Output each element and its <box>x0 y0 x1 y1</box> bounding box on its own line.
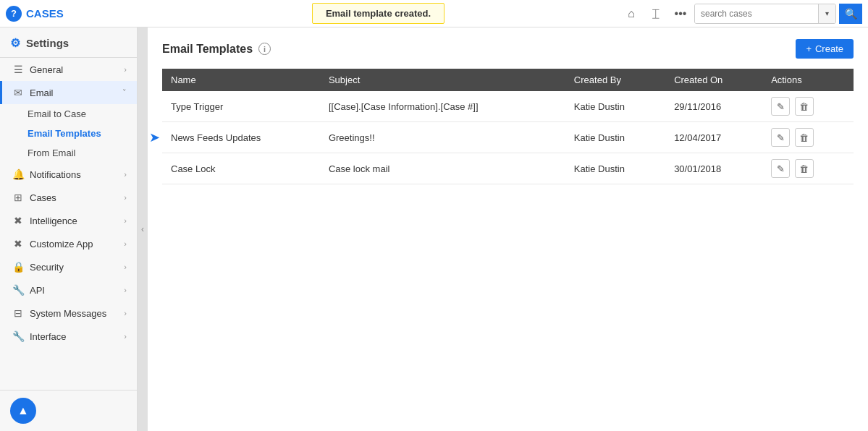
sidebar-item-customize-app[interactable]: ✖ Customize App › <box>0 232 137 255</box>
security-icon: 🔒 <box>12 261 24 273</box>
sidebar-header: ⚙ Settings <box>0 27 137 58</box>
email-templates-table: Name Subject Created By Created On Actio… <box>162 69 854 184</box>
chevron-right-icon-8: › <box>124 309 127 317</box>
row-actions: ✎ 🗑 <box>762 153 854 184</box>
api-icon: 🔧 <box>12 284 24 296</box>
sidebar-item-api[interactable]: 🔧 API › <box>0 278 137 302</box>
chart-icon: ⌶ <box>652 7 660 20</box>
topbar-center: Email template created. <box>142 3 615 24</box>
sidebar-title: Settings <box>26 37 69 49</box>
email-submenu: Email to Case Email Templates From Email <box>0 104 137 163</box>
table-body: Type Trigger [[Case].[Case Information].… <box>162 91 854 184</box>
email-templates-label: Email Templates <box>28 128 101 139</box>
search-icon: 🔍 <box>845 8 857 20</box>
email-icon: ✉ <box>12 87 24 98</box>
main-layout: ⚙ Settings ☰ General › ✉ Email ˅ Email t… <box>0 27 868 431</box>
content-title: Email Templates i <box>162 43 271 56</box>
sidebar-item-intelligence[interactable]: ✖ Intelligence › <box>0 209 137 232</box>
chevron-right-icon: › <box>124 65 127 74</box>
app-logo: ? <box>6 6 22 22</box>
sidebar-label-api: API <box>30 285 118 296</box>
arrow-indicator: ➤ <box>149 129 160 145</box>
search-submit-button[interactable]: 🔍 <box>839 4 862 24</box>
sidebar-item-notifications[interactable]: 🔔 Notifications › <box>0 163 137 186</box>
intelligence-icon: ✖ <box>12 215 24 226</box>
app-title: CASES <box>26 7 64 20</box>
sidebar-label-intelligence: Intelligence <box>30 216 118 226</box>
col-actions: Actions <box>762 69 854 91</box>
notifications-icon: 🔔 <box>12 168 24 180</box>
row-actions: ✎ 🗑 <box>762 91 854 122</box>
sidebar-item-email[interactable]: ✉ Email ˅ <box>0 81 137 104</box>
create-icon: + <box>806 43 812 54</box>
main-content: Email Templates i + Create Name Subject … <box>148 27 868 431</box>
collapse-icon: ‹ <box>141 224 144 234</box>
sidebar-label-cases: Cases <box>30 192 118 203</box>
from-email-label: From Email <box>28 148 75 158</box>
more-icon: ••• <box>675 7 687 20</box>
chevron-right-icon-6: › <box>124 263 127 271</box>
sidebar-subitem-email-templates[interactable]: Email Templates <box>0 124 137 143</box>
sidebar-item-interface[interactable]: 🔧 Interface › <box>0 325 137 348</box>
chevron-right-icon-3: › <box>124 193 127 202</box>
edit-button-1[interactable]: ✎ <box>771 128 790 147</box>
search-input[interactable] <box>695 4 818 23</box>
interface-icon: 🔧 <box>12 330 24 342</box>
sidebar-label-security: Security <box>30 262 118 273</box>
delete-button-2[interactable]: 🗑 <box>795 159 814 178</box>
col-created-by: Created By <box>565 69 665 91</box>
chevron-down-icon: ˅ <box>122 88 127 98</box>
sidebar-item-system-messages[interactable]: ⊟ System Messages › <box>0 302 137 325</box>
row-created-on: 12/04/2017 <box>665 122 762 153</box>
row-created-on: 30/01/2018 <box>665 153 762 184</box>
row-subject: [[Case].[Case Information].[Case #]] <box>320 91 565 122</box>
settings-icon: ⚙ <box>10 36 20 50</box>
more-button[interactable]: ••• <box>670 3 691 25</box>
email-to-case-label: Email to Case <box>28 108 86 119</box>
sidebar-bottom: ▲ <box>0 390 137 431</box>
customize-icon: ✖ <box>12 238 24 249</box>
row-name: Case Lock <box>162 153 320 184</box>
sidebar-item-cases[interactable]: ⊞ Cases › <box>0 186 137 209</box>
chart-button[interactable]: ⌶ <box>645 3 667 25</box>
delete-button-1[interactable]: 🗑 <box>795 128 814 147</box>
row-created-by: Katie Dustin <box>565 122 665 153</box>
sidebar-label-customize-app: Customize App <box>30 239 118 249</box>
topbar: ? CASES Email template created. ⌂ ⌶ ••• … <box>0 0 868 27</box>
row-created-by: Katie Dustin <box>565 91 665 122</box>
general-icon: ☰ <box>12 64 24 75</box>
topbar-actions: ⌂ ⌶ ••• ▾ 🔍 <box>620 3 862 25</box>
sidebar-item-general[interactable]: ☰ General › <box>0 58 137 81</box>
sidebar-label-notifications: Notifications <box>30 169 118 180</box>
chevron-right-icon-5: › <box>124 239 127 248</box>
edit-button-2[interactable]: ✎ <box>771 159 790 178</box>
create-button[interactable]: + Create <box>796 39 854 59</box>
sidebar-subitem-from-email[interactable]: From Email <box>0 143 137 163</box>
row-subject: Case lock mail <box>320 153 565 184</box>
system-messages-icon: ⊟ <box>12 307 24 319</box>
sidebar-label-email: Email <box>30 88 117 98</box>
scroll-up-button[interactable]: ▲ <box>10 398 36 424</box>
sidebar-item-security[interactable]: 🔒 Security › <box>0 255 137 278</box>
sidebar-subitem-email-to-case[interactable]: Email to Case <box>0 104 137 124</box>
edit-button-0[interactable]: ✎ <box>771 97 790 116</box>
table-row: Case Lock Case lock mail Katie Dustin 30… <box>162 153 854 184</box>
chevron-right-icon-2: › <box>124 170 127 179</box>
table-row: ➤ News Feeds Updates Greetings!! Katie D… <box>162 122 854 153</box>
sidebar-label-general: General <box>30 64 118 75</box>
cases-icon: ⊞ <box>12 192 24 203</box>
col-created-on: Created On <box>665 69 762 91</box>
sidebar-collapse-handle[interactable]: ‹ <box>138 27 148 431</box>
table-header: Name Subject Created By Created On Actio… <box>162 69 854 91</box>
search-dropdown-button[interactable]: ▾ <box>818 4 835 23</box>
col-name: Name <box>162 69 320 91</box>
home-button[interactable]: ⌂ <box>620 3 642 25</box>
sidebar-label-system-messages: System Messages <box>30 308 118 319</box>
row-created-on: 29/11/2016 <box>665 91 762 122</box>
delete-button-0[interactable]: 🗑 <box>795 97 814 116</box>
table-row: Type Trigger [[Case].[Case Information].… <box>162 91 854 122</box>
row-actions: ✎ 🗑 <box>762 122 854 153</box>
sidebar: ⚙ Settings ☰ General › ✉ Email ˅ Email t… <box>0 27 138 431</box>
create-label: Create <box>815 43 843 54</box>
col-subject: Subject <box>320 69 565 91</box>
